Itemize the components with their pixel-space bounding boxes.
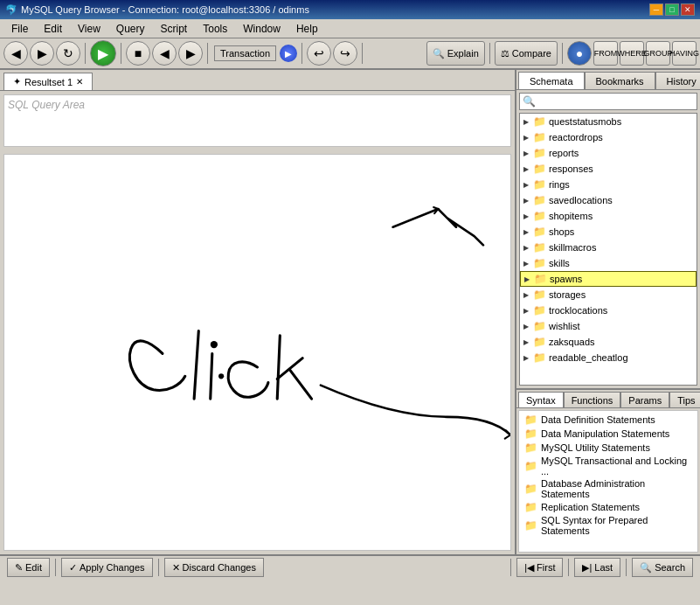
first-icon: |◀ <box>524 562 534 574</box>
first-button[interactable]: |◀ First <box>516 558 563 577</box>
expand-icon: ▶ <box>523 165 529 173</box>
folder-icon: 📁 <box>533 163 546 175</box>
menu-script[interactable]: Script <box>153 20 196 38</box>
schema-name: readable_cheatlog <box>549 352 628 363</box>
schema-item-spawns[interactable]: ▶ 📁 spawns <box>520 271 697 287</box>
from-icon-btn[interactable]: FROM <box>593 41 618 66</box>
tab-resultset1[interactable]: ✦ Resultset 1 ✕ <box>3 73 93 90</box>
folder-icon: 📁 <box>533 210 546 222</box>
separator-4 <box>301 43 302 64</box>
menu-edit[interactable]: Edit <box>36 20 70 38</box>
app-icon: 🐬 <box>5 4 17 16</box>
schema-name: reports <box>549 148 579 158</box>
sql-query-area[interactable]: SQL Query Area <box>3 94 511 147</box>
compare-button[interactable]: ⚖ Compare <box>495 41 558 66</box>
schema-item-wishlist[interactable]: ▶ 📁 wishlist <box>520 318 697 334</box>
schema-item-storages[interactable]: ▶ 📁 storages <box>520 287 697 302</box>
schema-item-readable-cheatlog[interactable]: ▶ 📁 readable_cheatlog <box>520 350 697 365</box>
search-button[interactable]: 🔍 Search <box>632 558 693 577</box>
schema-name: wishlist <box>549 321 579 331</box>
syntax-item-sps[interactable]: 📁 SQL Syntax for Prepared Statements <box>521 514 696 537</box>
run-button[interactable]: ▶ <box>90 40 116 66</box>
next-button[interactable]: ▶ <box>178 41 203 66</box>
refresh-button[interactable]: ↻ <box>56 41 80 66</box>
expand-icon: ▶ <box>523 260 529 268</box>
schema-list[interactable]: ▶ 📁 queststatusmobs ▶ 📁 reactordrops ▶ 📁… <box>519 113 697 386</box>
explain-button[interactable]: 🔍 Explain <box>426 41 485 66</box>
folder-icon: 📁 <box>534 273 547 285</box>
schema-tabs: Schemata Bookmarks History <box>516 70 700 90</box>
minimize-button[interactable]: ─ <box>649 3 663 16</box>
schema-item-queststatusmobs[interactable]: ▶ 📁 queststatusmobs <box>520 114 697 129</box>
rollback-button[interactable]: ↪ <box>333 41 357 66</box>
schema-name: shops <box>549 226 574 237</box>
menu-tools[interactable]: Tools <box>195 20 235 38</box>
schema-name: responses <box>549 163 593 174</box>
select-icon-btn[interactable]: ● <box>567 41 592 66</box>
where-icon-btn[interactable]: WHERE <box>620 41 644 66</box>
folder-icon: 📁 <box>533 257 546 269</box>
schema-item-reactordrops[interactable]: ▶ 📁 reactordrops <box>520 129 697 145</box>
menu-file[interactable]: File <box>3 20 36 38</box>
schema-item-savedlocations[interactable]: ▶ 📁 savedlocations <box>520 192 697 208</box>
maximize-button[interactable]: □ <box>665 3 679 16</box>
menu-help[interactable]: Help <box>288 20 326 38</box>
separator-5 <box>362 43 363 64</box>
tab-functions[interactable]: Functions <box>564 392 621 407</box>
schema-item-skillmacros[interactable]: ▶ 📁 skillmacros <box>520 240 697 255</box>
separator-2 <box>121 43 121 64</box>
transaction-play-button[interactable]: ▶ <box>280 45 297 62</box>
tab-schemata[interactable]: Schemata <box>518 72 585 89</box>
schema-item-responses[interactable]: ▶ 📁 responses <box>520 161 697 177</box>
schema-name: skillmacros <box>549 242 596 253</box>
tab-close-button[interactable]: ✕ <box>76 77 83 87</box>
schema-item-shopitems[interactable]: ▶ 📁 shopitems <box>520 208 697 224</box>
tab-params[interactable]: Params <box>620 392 669 407</box>
forward-button[interactable]: ▶ <box>30 41 54 66</box>
tab-label: Resultset 1 <box>24 77 73 87</box>
drawing-annotation <box>4 155 510 498</box>
group-icon-btn[interactable]: GROUP <box>646 41 670 66</box>
back-button[interactable]: ◀ <box>3 41 28 66</box>
apply-changes-button[interactable]: ✓ Apply Changes <box>61 558 153 577</box>
left-panel: ✦ Resultset 1 ✕ SQL Query Area <box>0 70 516 554</box>
prev-button[interactable]: ◀ <box>152 41 177 66</box>
schema-item-reports[interactable]: ▶ 📁 reports <box>520 145 697 161</box>
schema-item-zaksquads[interactable]: ▶ 📁 zaksquads <box>520 334 697 350</box>
menu-view[interactable]: View <box>70 20 108 38</box>
syntax-item-tls[interactable]: 📁 MySQL Transactional and Locking ... <box>521 455 696 477</box>
tab-tips[interactable]: Tips <box>669 392 700 407</box>
edit-button[interactable]: ✎ Edit <box>7 558 50 577</box>
schema-item-shops[interactable]: ▶ 📁 shops <box>520 224 697 240</box>
tab-bookmarks[interactable]: Bookmarks <box>585 72 655 89</box>
tab-history[interactable]: History <box>655 72 700 89</box>
menu-window[interactable]: Window <box>235 20 288 38</box>
syntax-item-rs[interactable]: 📁 Replication Statements <box>521 500 696 514</box>
stop-button[interactable]: ■ <box>126 41 150 66</box>
last-button[interactable]: ▶| Last <box>574 558 620 577</box>
folder-icon: 📁 <box>533 115 546 128</box>
expand-icon: ▶ <box>523 323 529 330</box>
expand-icon: ▶ <box>523 307 529 315</box>
syntax-folder-icon: 📁 <box>524 460 537 472</box>
syntax-item-das[interactable]: 📁 Database Administration Statements <box>521 477 696 500</box>
syntax-item-dms[interactable]: 📁 Data Manipulation Statements <box>521 427 696 441</box>
having-icon-btn[interactable]: HAVING <box>672 41 697 66</box>
x-icon: ✕ <box>172 562 180 574</box>
schema-item-skills[interactable]: ▶ 📁 skills <box>520 255 697 271</box>
menu-query[interactable]: Query <box>108 20 153 38</box>
expand-icon: ▶ <box>523 134 529 142</box>
syntax-item-dds[interactable]: 📁 Data Definition Statements <box>521 413 696 427</box>
tab-bar: ✦ Resultset 1 ✕ <box>0 70 515 91</box>
schema-item-trocklocations[interactable]: ▶ 📁 trocklocations <box>520 302 697 318</box>
commit-button[interactable]: ↩ <box>307 41 331 66</box>
syntax-folder-icon: 📁 <box>524 501 537 513</box>
tab-syntax[interactable]: Syntax <box>518 392 564 407</box>
search-icon: 🔍 <box>523 95 536 108</box>
syntax-item-mus[interactable]: 📁 MySQL Utility Statements <box>521 441 696 455</box>
close-button[interactable]: ✕ <box>681 3 695 16</box>
schema-name: zaksquads <box>549 337 595 347</box>
discard-changes-button[interactable]: ✕ Discard Changes <box>164 558 264 577</box>
folder-icon: 📁 <box>533 194 546 206</box>
schema-item-rings[interactable]: ▶ 📁 rings <box>520 177 697 192</box>
